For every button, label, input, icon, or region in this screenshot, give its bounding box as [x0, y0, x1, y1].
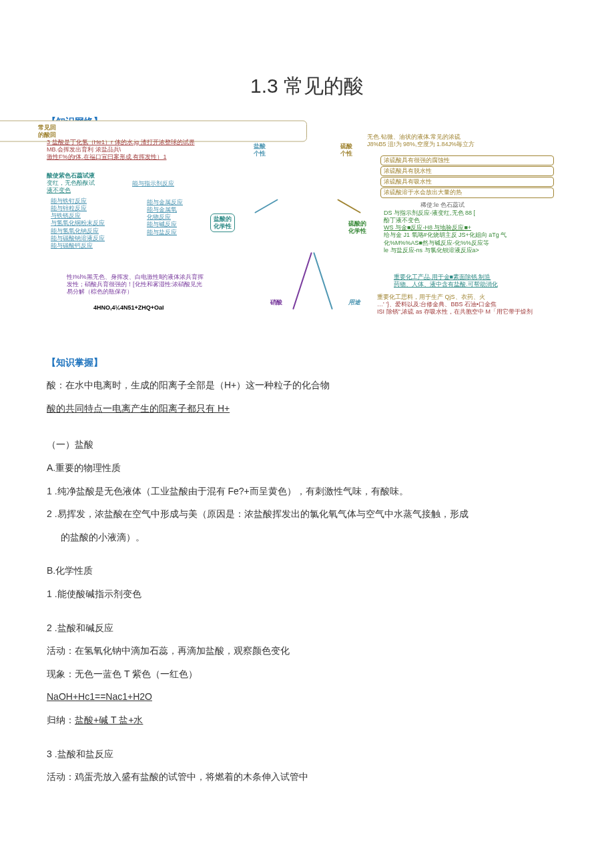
- chemical-3-activity: 活动：鸡蛋壳放入盛有盐酸的试管中，将燃着的木条伸入试管中: [47, 768, 567, 786]
- physical-item-1: 1 .纯净盐酸是无色液体（工业盐酸由于混有 Fe?+而呈黄色），有刺激性气味，有…: [47, 482, 567, 500]
- hcl-chem-item: 能与碳酸钠溶液反应: [51, 235, 144, 242]
- hcl-personality-label: 盐酸 个性: [254, 143, 266, 158]
- h2so4-line: J8%B5 沮!为 98%,空度为 1.84J%毎立方: [367, 141, 475, 147]
- h2so4-prop: 浓硫酸具有脱水性: [380, 166, 554, 176]
- h2so4-props-block: 浓硫酸具有很强的腐蚀性 浓硫酸具有脱水性 浓硫酸具有吸水性 浓硫酸溶于水会放出大…: [380, 155, 554, 199]
- hcl-personality-line: 3 盐酸是丁化氢（He1）r 体的水.jg 渣打开浓整球的试界: [47, 139, 195, 145]
- hno3-label: 硝酸: [270, 299, 282, 306]
- h2so4-personality-block: 无色.钻微、油状的液体.常见的浓硫 J8%B5 沮!为 98%,空度为 1.84…: [367, 133, 554, 149]
- chemical-item-2: 2 .盐酸和碱反应: [47, 619, 567, 637]
- h2so4-chem-line: 化%M%%AS■然与碱反应-化%%反应等: [384, 240, 567, 247]
- hcl-chem-item: 能与氢氧化钠反应: [51, 228, 144, 235]
- hcl-indicator-line: 变红，无色酚酞试: [47, 179, 95, 186]
- hcl-personality-line: 激性F%的r体.在福口宣曰案形成 有挥发性）1: [47, 153, 167, 160]
- sec1-title: （一）盐酸: [47, 436, 567, 454]
- h2so4-prop: 浓硫酸溶于水会放出大量的热: [380, 187, 554, 197]
- connector-line: [292, 252, 312, 309]
- h2so4-chem-line: WS 与金■反应-H8 与地验反应■+: [384, 224, 567, 232]
- connector-line: [314, 252, 334, 309]
- hcl-indicator-line: 液不变色: [47, 187, 71, 193]
- section-knowledge-grasp: 【知识掌握】: [47, 354, 567, 372]
- hcl-chem-item: 能与铁钉反应: [51, 197, 144, 205]
- physical-head: A.重要的物理性质: [47, 459, 567, 477]
- hno3-line: 性I%l%黑无色、身挥发、白电激性Ⅱ的液体浓兵育挥: [67, 274, 204, 280]
- hcl-chem-item: 与铁锈反应: [51, 212, 144, 220]
- body-text: 酸：在水中电离时，生成的阳离子全部是（H+）这一种粒子的化合物 酸的共同特点一电…: [47, 376, 567, 786]
- hcl-personality-block: 3 盐酸是丁化氢（He1）r 体的水.jg 渣打开浓整球的试界 MB.会挥发出育…: [47, 139, 247, 161]
- h2so4-chem-line: le 与盐反应-ns 与氯化钡溶液反应a>: [384, 247, 567, 254]
- chemical-item-1: 1 .能使酸碱指示剂变色: [47, 585, 567, 603]
- chemical-head: B.化学性质: [47, 562, 567, 580]
- h2so4-personality-label: 硫酸 个性: [340, 143, 352, 158]
- hno3-formula: 4HNO,4¼4N51+ZHQ+OaI: [93, 304, 164, 312]
- uses-h2so4: 重要化工思料，用于生产 QjS、衣药、火 …' '}、爱料以及:台修金典、BBS…: [377, 294, 571, 316]
- hno3-line: 发性；硝酸兵育很强的！[化性和雾湿性:浓硝酸见光: [67, 281, 202, 288]
- chemical-2-equation: NaOH+Hc1==Nac1+H2O: [47, 688, 567, 706]
- uses-h2so4-line: ISI 除锈'',浓硫 as 存吸水性，在共胞空中 M「用它带于燥剂: [377, 308, 533, 315]
- hno3-block: 性I%l%黑无色、身挥发、白电激性Ⅱ的液体浓兵育挥 发性；硝酸兵育很强的！[化性…: [67, 274, 267, 296]
- page-title: 1.3 常见的酸: [47, 67, 567, 105]
- uses-hcl-line: 药物、人体、液中含有盐酸.可帮助消化: [394, 281, 498, 288]
- hcl-chem-item: 与氢氧化铜粉末反应: [51, 220, 144, 227]
- hcl-indicator-head: 酸使紫色石蕊试液: [47, 172, 95, 179]
- h2so4-prop: 浓硫酸具有吸水性: [380, 177, 554, 187]
- uses-hcl: 重要化工产品.用于金■素面除锈.制造 药物、人体、液中含有盐酸.可帮助消化: [394, 274, 567, 289]
- hcl-chem-group: 能与金属氧 化物反应: [147, 206, 207, 222]
- h2so4-chem-label: 硫酸的 化学性: [348, 220, 366, 236]
- hcl-chem-group: 能与碱反应: [147, 221, 207, 228]
- hcl-chem-item: 能与锌粒反应: [51, 205, 144, 212]
- h2so4-line: 无色.钻微、油状的液体.常见的浓硫: [367, 133, 460, 140]
- chemical-2-summary-text: 盐酸+碱 T 盐+水: [75, 715, 143, 725]
- chemical-2-summary: 归纳：盐酸+碱 T 盐+水: [47, 711, 567, 729]
- uses-label: 用途: [348, 299, 360, 306]
- hcl-chem-label: 盐酸的 化学性: [210, 213, 235, 233]
- acid-definition: 酸：在水中电离时，生成的阳离子全部是（H+）这一种粒子的化合物: [47, 376, 567, 394]
- physical-item-2b: 的盐酸的小液滴）。: [47, 528, 567, 546]
- uses-h2so4-line: …' '}、爱料以及:台修金典、BBS 石油•口金焦: [377, 301, 497, 308]
- h2so4-chem-line: DS 与指示剂反应-液变红,无色 88 [: [384, 209, 567, 217]
- h2so4-chem-line: 酚丁液不变色: [384, 217, 567, 224]
- chemical-item-3: 3 .盐酸和盐反应: [47, 745, 567, 763]
- hcl-chem-group: 能与金属反应: [147, 199, 207, 206]
- connector-line: [254, 199, 278, 213]
- h2so4-indicator-head: 稀使:le 色石蕊试: [420, 201, 465, 209]
- hcl-chem-group: 能与盐反应: [147, 229, 207, 236]
- hno3-line: 易分解（棕色的瓶保存）: [67, 288, 133, 295]
- hcl-indicator-branch: 能与指示剂反应: [132, 180, 174, 187]
- hcl-chem-right-items: 能与金属反应 能与金属氧 化物反应 能与碱反应 能与盐反应: [147, 199, 207, 236]
- physical-item-2a: 2 .易挥发，浓盐酸在空气中形成与美（原因是：浓盐酸挥发出的氯化氧气体与空气中水…: [47, 505, 567, 523]
- hcl-indicator-block: 酸使紫色石蕊试液 变红，无色酚酞试 液不变色: [47, 172, 127, 195]
- hcl-chem-left-items: 能与铁钉反应 能与锌粒反应 与铁锈反应 与氢氧化铜粉末反应 能与氢氧化钠反应 能…: [51, 197, 144, 250]
- acid-common-feature: 酸的共同特点一电离产生的阳离子都只有 H+: [47, 400, 567, 418]
- document-page: 1.3 常见的酸 【知识网络】 常见回 的酸回 3 盐酸是丁化氢（He1）r 体…: [0, 0, 614, 831]
- hcl-chem-item: 能与碳酸钙反应: [51, 242, 144, 250]
- chemical-2-activity: 活动：在氢氧化钠中滴加石蕊，再滴加盐酸，观察颜色变化: [47, 642, 567, 660]
- h2so4-chem-items: DS 与指示剂反应-液变红,无色 88 [ 酚丁液不变色 WS 与金■反应-H8…: [384, 209, 567, 255]
- mindmap: 常见回 的酸回 3 盐酸是丁化氢（He1）r 体的水.jg 渣打开浓整球的试界 …: [47, 133, 567, 347]
- chemical-2-summary-prefix: 归纳：: [47, 715, 75, 725]
- uses-h2so4-line: 重要化工思料，用于生产 QjS、衣药、火: [377, 294, 485, 300]
- chemical-2-phenomenon: 现象：无色一蓝色 T 紫色（一红色）: [47, 665, 567, 683]
- hcl-personality-line: MB.会挥发出育利 浓盐品兵\: [47, 146, 121, 153]
- h2so4-prop: 浓硫酸具有很强的腐蚀性: [380, 155, 554, 165]
- h2so4-chem-line: 给与金 J1 氧咯#化烧胡主反 JS+化姐向 aTg 气: [384, 232, 567, 239]
- connector-line: [338, 199, 362, 213]
- uses-hcl-line: 重要化工产品.用于金■素面除锈.制造: [394, 274, 491, 280]
